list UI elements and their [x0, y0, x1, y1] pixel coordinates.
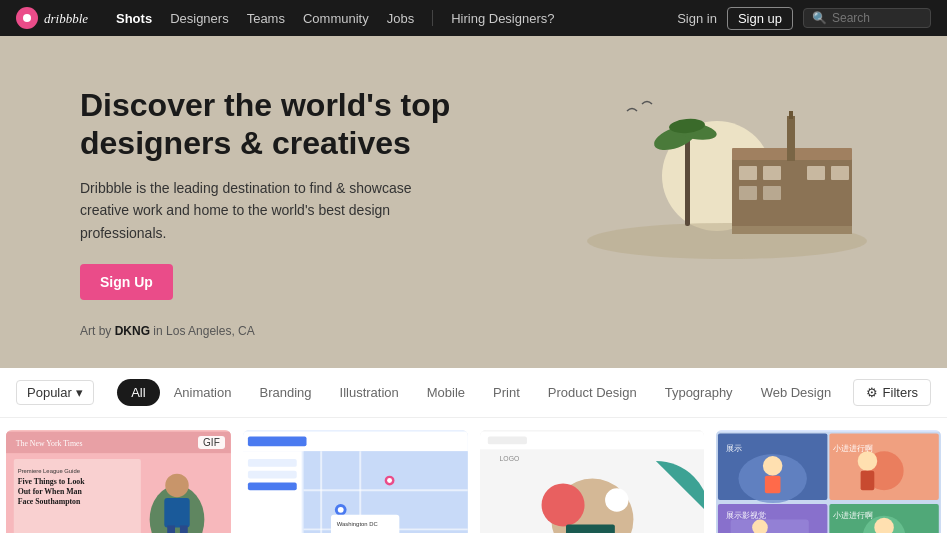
svg-rect-28	[164, 498, 189, 527]
svg-rect-14	[831, 166, 849, 180]
shot-badge-1: GIF	[198, 436, 225, 449]
filter-categories: All Animation Branding Illustration Mobi…	[110, 379, 853, 406]
hero-illustration	[567, 56, 887, 266]
shots-grid: The New York Times Premiere League Guide…	[0, 418, 947, 533]
search-input[interactable]	[832, 11, 922, 25]
svg-rect-29	[167, 525, 175, 533]
cat-product-design[interactable]: Product Design	[534, 379, 651, 406]
cat-print[interactable]: Print	[479, 379, 534, 406]
hero-subtext: Dribbble is the leading destination to f…	[80, 177, 440, 244]
svg-rect-37	[248, 482, 297, 490]
art-credit: Art by DKNG in Los Angeles, CA	[80, 324, 560, 338]
svg-rect-3	[685, 136, 690, 226]
signup-button[interactable]: Sign up	[727, 7, 793, 30]
svg-rect-15	[739, 186, 757, 200]
chevron-down-icon: ▾	[76, 385, 83, 400]
filter-icon: ⚙	[866, 385, 878, 400]
popular-dropdown[interactable]: Popular ▾	[16, 380, 94, 405]
shot-card-1[interactable]: The New York Times Premiere League Guide…	[6, 430, 231, 533]
nav-links: Shots Designers Teams Community Jobs Hir…	[116, 10, 555, 26]
svg-rect-54	[487, 436, 526, 444]
filter-button[interactable]: ⚙ Filters	[853, 379, 931, 406]
svg-text:展示影视觉: 展示影视觉	[726, 511, 766, 520]
cat-typography[interactable]: Typography	[651, 379, 747, 406]
svg-point-66	[763, 456, 783, 476]
svg-rect-72	[861, 471, 875, 491]
svg-text:Five Things to Look: Five Things to Look	[18, 477, 85, 486]
signin-button[interactable]: Sign in	[677, 11, 717, 26]
svg-text:LOGO: LOGO	[499, 455, 519, 462]
nav-community[interactable]: Community	[303, 11, 369, 26]
svg-rect-35	[248, 459, 297, 467]
svg-point-27	[165, 474, 188, 497]
cat-animation[interactable]: Animation	[160, 379, 246, 406]
cat-all[interactable]: All	[117, 379, 159, 406]
svg-text:展示: 展示	[726, 444, 742, 453]
svg-text:The New York Times: The New York Times	[16, 439, 83, 448]
nav-designers[interactable]: Designers	[170, 11, 229, 26]
art-credit-prefix: Art by	[80, 324, 115, 338]
hero-content: Discover the world's top designers & cre…	[80, 86, 560, 338]
cat-branding[interactable]: Branding	[245, 379, 325, 406]
svg-text:dribbble: dribbble	[44, 11, 88, 26]
shot-card-3[interactable]: LOGO Get your work done Together.	[480, 430, 705, 533]
art-credit-suffix: in Los Angeles, CA	[150, 324, 255, 338]
search-box[interactable]: 🔍	[803, 8, 931, 28]
nav-divider	[432, 10, 433, 26]
cat-illustration[interactable]: Illustration	[326, 379, 413, 406]
filter-bar: Popular ▾ All Animation Branding Illustr…	[0, 368, 947, 418]
filter-label: Filters	[883, 385, 918, 400]
svg-rect-13	[807, 166, 825, 180]
svg-rect-12	[763, 166, 781, 180]
svg-text:Face Southampton: Face Southampton	[18, 497, 81, 506]
svg-rect-10	[789, 111, 793, 119]
nav-hiring[interactable]: Hiring Designers?	[451, 11, 554, 26]
dribbble-logo-icon	[16, 7, 38, 29]
svg-text:Out for When Man: Out for When Man	[18, 487, 83, 496]
svg-rect-33	[248, 436, 307, 446]
svg-point-56	[541, 483, 584, 526]
logo[interactable]: dribbble	[16, 7, 96, 29]
svg-point-44	[338, 507, 344, 513]
nav-jobs[interactable]: Jobs	[387, 11, 414, 26]
navbar: dribbble Shots Designers Teams Community…	[0, 0, 947, 36]
svg-rect-17	[732, 226, 852, 234]
nav-actions: Sign in Sign up 🔍	[677, 7, 931, 30]
svg-point-46	[387, 478, 392, 483]
shot-card-4[interactable]: 展示 小进进行啊 展示影视觉 小进进行啊	[716, 430, 941, 533]
nav-shots[interactable]: Shots	[116, 11, 152, 26]
dribbble-wordmark: dribbble	[44, 10, 96, 26]
svg-rect-36	[248, 471, 297, 479]
svg-text:小进进行啊: 小进进行啊	[834, 511, 874, 520]
popular-label: Popular	[27, 385, 72, 400]
svg-rect-30	[180, 525, 188, 533]
svg-text:Premiere League Guide: Premiere League Guide	[18, 468, 80, 474]
search-icon: 🔍	[812, 11, 827, 25]
cat-web-design[interactable]: Web Design	[747, 379, 846, 406]
svg-point-71	[858, 451, 878, 471]
svg-rect-16	[763, 186, 781, 200]
svg-text:小进进行啊: 小进进行啊	[834, 444, 874, 453]
hero-section: Discover the world's top designers & cre…	[0, 36, 947, 368]
art-credit-link[interactable]: DKNG	[115, 324, 150, 338]
nav-teams[interactable]: Teams	[247, 11, 285, 26]
shot-card-2[interactable]: Washington DC Service Connection	[243, 430, 468, 533]
hero-heading: Discover the world's top designers & cre…	[80, 86, 560, 163]
svg-rect-75	[731, 520, 809, 533]
svg-rect-57	[565, 524, 614, 533]
svg-rect-9	[787, 116, 795, 161]
svg-rect-67	[765, 476, 781, 494]
svg-text:Washington DC: Washington DC	[337, 521, 379, 527]
hero-signup-button[interactable]: Sign Up	[80, 264, 173, 300]
svg-rect-11	[739, 166, 757, 180]
cat-mobile[interactable]: Mobile	[413, 379, 479, 406]
svg-point-58	[605, 488, 628, 511]
